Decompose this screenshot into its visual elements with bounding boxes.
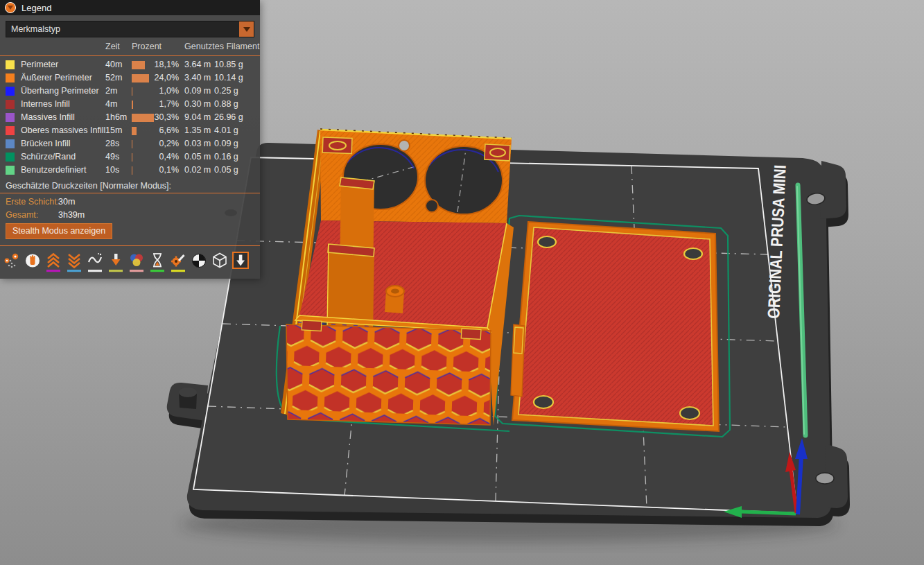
wipe-icon[interactable] — [24, 252, 41, 272]
feature-length: 0.02 m — [184, 165, 211, 175]
separator — [0, 245, 260, 246]
feature-weight: 10.85 g — [214, 60, 243, 69]
feature-length: 0.05 m — [184, 152, 211, 162]
dropdown-arrow-icon[interactable] — [239, 21, 254, 37]
custom-gcodes-icon[interactable] — [170, 252, 186, 272]
legend-row[interactable]: Brücken Infill28s0,2%0.03 m0.09 g — [0, 137, 260, 150]
feature-weight: 0.16 g — [214, 152, 238, 162]
center-of-gravity-icon[interactable] — [191, 252, 207, 272]
feature-color-swatch — [6, 166, 15, 175]
feature-length: 0.09 m — [184, 86, 211, 96]
feature-percent: 0,1% — [136, 165, 179, 175]
feature-color-swatch — [6, 126, 15, 135]
feature-percent: 30,3% — [136, 112, 179, 122]
legend-row[interactable]: Massives Infill1h6m30,3%9.04 m26.96 g — [0, 111, 260, 124]
pause-prints-icon[interactable] — [149, 252, 166, 272]
legend-row[interactable]: Benutzerdefiniert10s0,1%0.02 m0.05 g — [0, 164, 260, 177]
percent-bar — [132, 101, 133, 109]
legend-row[interactable]: Internes Infill4m1,7%0.30 m0.88 g — [0, 98, 260, 111]
feature-color-swatch — [6, 73, 15, 82]
model-lid-plate[interactable] — [511, 222, 719, 431]
percent-bar — [132, 87, 132, 96]
tool-marker-icon[interactable] — [232, 252, 249, 272]
feature-weight: 0.09 g — [214, 139, 238, 148]
legend-table-header: Zeit Prozent Genutztes Filament — [0, 42, 260, 53]
feature-color-swatch — [6, 113, 15, 122]
feature-time: 52m — [105, 73, 122, 82]
feature-percent: 0,2% — [136, 139, 179, 148]
feature-label: Oberes massives Infill — [21, 125, 105, 135]
feature-color-swatch — [6, 60, 15, 69]
percent-bar — [132, 140, 132, 148]
tool-changes-icon[interactable] — [107, 252, 124, 272]
retractions-icon[interactable] — [45, 252, 62, 272]
feature-time: 40m — [105, 60, 122, 69]
color-changes-icon[interactable] — [128, 252, 145, 272]
feature-percent: 0,4% — [136, 152, 179, 162]
legend-table-rows: Perimeter40m18,1%3.64 m10.85 gÄußerer Pe… — [0, 58, 260, 177]
feature-time: 4m — [105, 99, 117, 109]
feature-weight: 10.14 g — [214, 73, 243, 82]
feature-label: Äußerer Perimeter — [21, 73, 92, 82]
feature-weight: 0.88 g — [214, 99, 238, 109]
feature-color-swatch — [6, 100, 15, 109]
total-time-value: 3h39m — [58, 210, 85, 220]
feature-label: Benutzerdefiniert — [21, 165, 87, 175]
feature-time: 28s — [105, 139, 119, 148]
legend-row[interactable]: Perimeter40m18,1%3.64 m10.85 g — [0, 58, 260, 71]
legend-panel: Legend Merkmalstyp Zeit Prozent Genutzte… — [0, 0, 260, 279]
collapse-arrow-icon[interactable] — [5, 2, 16, 13]
percent-bar — [132, 153, 132, 162]
feature-length: 0.30 m — [184, 99, 211, 109]
feature-weight: 0.05 g — [214, 165, 238, 175]
feature-percent: 1,7% — [136, 99, 179, 109]
feature-length: 1.35 m — [184, 125, 211, 135]
feature-label: Brücken Infill — [21, 139, 71, 148]
view-type-dropdown[interactable]: Merkmalstyp — [6, 21, 254, 37]
legend-row[interactable]: Äußerer Perimeter52m24,0%3.40 m10.14 g — [0, 71, 260, 85]
feature-percent: 24,0% — [136, 73, 179, 82]
bed-screw-hole-bottom-right — [816, 473, 834, 484]
feature-length: 0.03 m — [184, 139, 211, 148]
legend-toolbar — [0, 248, 260, 279]
seams-icon[interactable] — [87, 252, 103, 272]
feature-length: 3.64 m — [184, 60, 211, 69]
feature-label: Massives Infill — [21, 112, 75, 122]
bed-pin-left-tab — [179, 388, 197, 409]
total-time-row: Gesamt: 3h39m — [0, 209, 260, 222]
feature-weight: 0.25 g — [214, 86, 238, 96]
feature-percent: 1,0% — [136, 86, 179, 96]
travel-moves-icon[interactable] — [3, 252, 20, 272]
estimates-heading: Geschätzte Druckzeiten [Normaler Modus]: — [6, 181, 254, 191]
first-layer-row: Erste Schicht: 30m — [0, 195, 260, 209]
feature-weight: 4.01 g — [214, 125, 238, 135]
legend-row[interactable]: Oberes massives Infill15m6,6%1.35 m4.01 … — [0, 124, 260, 137]
shells-icon[interactable] — [211, 252, 228, 272]
feature-length: 9.04 m — [184, 112, 211, 122]
feature-time: 10s — [105, 165, 119, 175]
deretractions-icon[interactable] — [66, 252, 82, 272]
legend-title: Legend — [21, 3, 51, 13]
feature-percent: 18,1% — [136, 60, 179, 69]
feature-time: 15m — [105, 125, 122, 135]
legend-row[interactable]: Schürze/Rand49s0,4%0.05 m0.16 g — [0, 150, 260, 164]
feature-color-swatch — [6, 153, 15, 162]
feature-label: Internes Infill — [21, 99, 70, 109]
column-time: Zeit — [105, 42, 120, 51]
column-filament: Genutztes Filament — [184, 42, 259, 51]
separator — [0, 193, 260, 193]
legend-titlebar[interactable]: Legend — [0, 0, 260, 15]
first-layer-value: 30m — [58, 197, 75, 207]
total-time-label: Gesamt: — [6, 210, 38, 220]
feature-percent: 6,6% — [136, 125, 179, 135]
column-percent: Prozent — [132, 42, 162, 51]
legend-row[interactable]: Überhang Perimeter2m1,0%0.09 m0.25 g — [0, 85, 260, 98]
view-type-value: Merkmalstyp — [6, 24, 60, 34]
feature-color-swatch — [6, 139, 15, 148]
separator — [0, 55, 260, 56]
feature-time: 49s — [105, 152, 119, 162]
feature-color-swatch — [6, 87, 15, 96]
model-enclosure-box[interactable] — [281, 129, 514, 426]
stealth-mode-button[interactable]: Stealth Modus anzeigen — [6, 223, 112, 239]
feature-length: 3.40 m — [184, 73, 211, 82]
